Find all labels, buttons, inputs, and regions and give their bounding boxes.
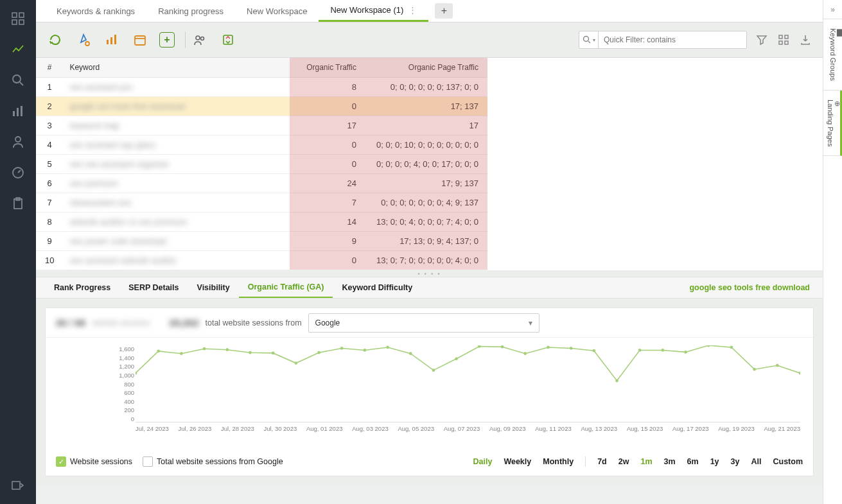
- gran-weekly[interactable]: Weekly: [504, 457, 531, 466]
- range-all[interactable]: All: [751, 457, 761, 466]
- chart: 1,6001,4001,2001,0008006004002000 Jul, 2…: [46, 338, 813, 450]
- range-3y[interactable]: 3y: [731, 457, 740, 466]
- clipboard-icon[interactable]: [11, 196, 25, 211]
- col-num[interactable]: #: [36, 58, 63, 78]
- chevron-down-icon: ▾: [529, 318, 532, 327]
- total-value: 29,262: [170, 317, 199, 328]
- table-row[interactable]: 5seo seo assistant organise00; 0; 0; 0; …: [36, 155, 487, 174]
- cell-keyword: seo assistant website auditor: [63, 251, 260, 270]
- metrics-icon[interactable]: [103, 31, 121, 49]
- svg-rect-16: [107, 40, 109, 44]
- cell-num: 5: [36, 155, 63, 174]
- svg-point-59: [799, 372, 800, 375]
- cell-organic-page-traffic: 17; 9; 137: [363, 174, 487, 193]
- search-icon[interactable]: [11, 73, 25, 87]
- gran-monthly[interactable]: Monthly: [543, 457, 574, 466]
- table-row[interactable]: 8website auditor vs seo premium1413; 0; …: [36, 213, 487, 232]
- svg-point-58: [776, 364, 779, 367]
- bars-icon[interactable]: [11, 104, 25, 118]
- dtab-organic-traffic[interactable]: Organic Traffic (GA): [239, 277, 333, 298]
- svg-point-38: [317, 351, 320, 354]
- add-tab-button[interactable]: +: [435, 3, 453, 19]
- detail-keyword-link[interactable]: google seo tools free download: [689, 283, 810, 292]
- right-tab-label: Landing Pages: [827, 100, 834, 146]
- people-icon[interactable]: [191, 31, 209, 49]
- dashboard-icon[interactable]: [11, 12, 25, 26]
- cell-organic-traffic: 9: [261, 232, 363, 251]
- svg-point-34: [225, 348, 229, 351]
- download-icon[interactable]: [798, 33, 812, 47]
- dtab-keyword-difficulty[interactable]: Keyword Difficulty: [333, 277, 421, 298]
- svg-point-40: [364, 349, 367, 352]
- source-select[interactable]: Google ▾: [308, 313, 539, 333]
- range-1y[interactable]: 1y: [710, 457, 719, 466]
- cell-organic-page-traffic: 0; 0; 0; 0; 0; 0; 0; 4; 9; 137: [363, 193, 487, 213]
- svg-point-9: [15, 137, 21, 142]
- table-row[interactable]: 4seo assistant spy glass00; 0; 0; 10; 0;…: [36, 135, 487, 155]
- dtab-rank-progress[interactable]: Rank Progress: [45, 277, 119, 298]
- user-icon[interactable]: [11, 135, 25, 149]
- table-row[interactable]: 2google seo tools free download017; 137: [36, 97, 487, 116]
- resize-grip[interactable]: • • • •: [36, 270, 823, 277]
- tab-menu-icon[interactable]: ⋮: [408, 5, 417, 15]
- tab-new-workspace[interactable]: New Workspace: [235, 0, 319, 22]
- gran-daily[interactable]: Daily: [473, 457, 492, 466]
- tab-label: Keywords & rankings: [57, 6, 135, 16]
- table-row[interactable]: 6seo premium2417; 9; 137: [36, 174, 487, 193]
- range-3m[interactable]: 3m: [664, 457, 676, 466]
- divider: [585, 456, 586, 467]
- svg-rect-3: [19, 20, 24, 24]
- legend-total-sessions[interactable]: Total website sessions from Google: [143, 456, 283, 467]
- detail-tabs: Rank Progress SERP Details Visibility Or…: [36, 277, 823, 299]
- tab-label: New Workspace: [247, 6, 307, 16]
- filter-icon[interactable]: [755, 33, 769, 47]
- tab-ranking-progress[interactable]: Ranking progress: [146, 0, 235, 22]
- compass-icon[interactable]: [75, 31, 92, 49]
- analytics-icon[interactable]: [11, 42, 25, 56]
- sessions-value: 26 / 68: [56, 317, 85, 328]
- collapse-icon[interactable]: »: [823, 0, 842, 19]
- right-tab-keyword-groups[interactable]: ▇Keyword Groups: [823, 19, 842, 91]
- svg-point-39: [340, 347, 344, 350]
- tab-keywords-rankings[interactable]: Keywords & rankings: [45, 0, 146, 22]
- tab-label: Ranking progress: [158, 6, 224, 16]
- gauge-icon[interactable]: [11, 166, 25, 180]
- svg-point-52: [638, 349, 642, 352]
- col-organic-traffic[interactable]: Organic Traffic: [261, 58, 363, 78]
- table-row[interactable]: 10seo assistant website auditor013; 0; 7…: [36, 251, 487, 270]
- columns-icon[interactable]: [776, 33, 791, 47]
- dtab-serp-details[interactable]: SERP Details: [119, 277, 188, 298]
- cell-organic-page-traffic: 17; 137: [363, 97, 487, 116]
- range-custom[interactable]: Custom: [773, 457, 803, 466]
- svg-rect-0: [12, 13, 17, 17]
- refresh-icon[interactable]: [46, 31, 64, 49]
- svg-point-35: [249, 351, 252, 354]
- range-7d[interactable]: 7d: [597, 457, 607, 466]
- dtab-visibility[interactable]: Visibility: [188, 277, 239, 298]
- svg-point-53: [662, 349, 665, 352]
- col-organic-page-traffic[interactable]: Organic Page Traffic: [363, 58, 487, 78]
- schedule-icon[interactable]: [131, 31, 149, 49]
- log-icon[interactable]: [11, 478, 25, 492]
- range-1m[interactable]: 1m: [640, 457, 652, 466]
- sort-icon[interactable]: [219, 31, 237, 49]
- right-tab-landing-pages[interactable]: ⊕Landing Pages: [823, 91, 842, 156]
- range-2w[interactable]: 2w: [618, 457, 629, 466]
- add-button[interactable]: +: [159, 32, 175, 48]
- table-row[interactable]: 1seo assistant pro80; 0; 0; 0; 0; 0; 137…: [36, 78, 487, 97]
- legend-website-sessions[interactable]: Website sessions: [56, 456, 132, 467]
- table-row[interactable]: 7siteassistant seo70; 0; 0; 0; 0; 0; 0; …: [36, 193, 487, 213]
- svg-line-11: [18, 170, 21, 173]
- svg-point-45: [478, 345, 481, 348]
- svg-line-5: [20, 82, 23, 85]
- panel-header: 26 / 68 website sessions 29,262 total we…: [46, 308, 813, 338]
- tab-new-workspace-1[interactable]: New Workspace (1)⋮: [319, 0, 428, 22]
- cell-keyword: seo power suite download: [63, 232, 260, 251]
- col-keyword[interactable]: Keyword: [63, 58, 260, 78]
- cell-organic-page-traffic: 17; 13; 0; 9; 4; 137; 0: [363, 232, 487, 251]
- quick-filter-input[interactable]: [599, 31, 746, 48]
- search-dropdown-icon[interactable]: ▾: [579, 31, 599, 48]
- range-6m[interactable]: 6m: [687, 457, 699, 466]
- table-row[interactable]: 3keyword map1717: [36, 116, 487, 135]
- table-row[interactable]: 9seo power suite download917; 13; 0; 9; …: [36, 232, 487, 251]
